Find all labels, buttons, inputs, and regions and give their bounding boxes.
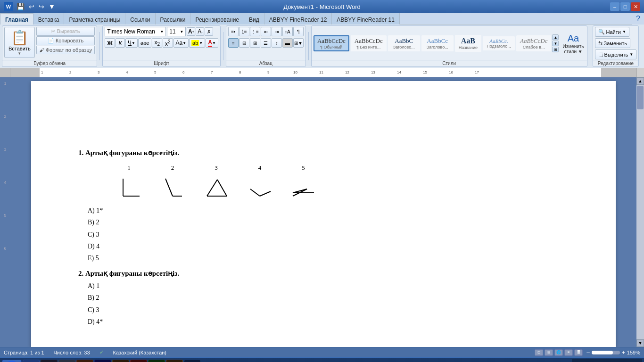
sort-button[interactable]: ↕A [282, 27, 293, 36]
svg-text:6: 6 [182, 70, 185, 74]
scrollbar-up-button[interactable]: ▲ [636, 77, 644, 85]
scrollbar-down-button[interactable]: ▼ [636, 339, 644, 347]
bullets-button[interactable]: ≡• [228, 27, 239, 36]
redo-quick-btn[interactable]: ↪ [37, 2, 46, 11]
filemanager-taskbar-btn[interactable]: 🗂 [148, 360, 165, 362]
underline-button[interactable]: Ч▼ [125, 38, 138, 48]
numbering-button[interactable]: 1≡ [239, 27, 249, 36]
tab-insert[interactable]: Вставка [33, 13, 65, 25]
styles-expand[interactable]: ⊞ [552, 47, 559, 52]
multilevel-list-button[interactable]: ⋮≡ [250, 27, 260, 36]
tab-page-layout[interactable]: Разметка страницы [64, 13, 125, 25]
yandex-taskbar-btn[interactable]: Я [130, 360, 147, 362]
page-info: Страница: 1 из 1 [4, 350, 44, 355]
scrollbar-thumb[interactable] [637, 86, 644, 109]
presentation-taskbar-btn[interactable]: 📊 [166, 360, 183, 362]
subscript-button[interactable]: x2 [152, 38, 162, 48]
superscript-button[interactable]: x2 [163, 38, 173, 48]
font-size-decrease-button[interactable]: A- [196, 27, 204, 36]
styles-scroll-down[interactable]: ▼ [552, 41, 559, 46]
style-subtle-emphasis[interactable]: AaBbCcDc Слабое в... [516, 35, 551, 51]
shading-button[interactable]: ▬ [282, 38, 293, 48]
align-left-button[interactable]: ≡ [228, 38, 239, 48]
replace-button[interactable]: ⇆ Заменить [595, 38, 630, 48]
style-subtitle[interactable]: AaBbCc. Подзаголо... [483, 36, 515, 50]
borders-button[interactable]: ⊞▼ [293, 38, 304, 48]
style-no-spacing[interactable]: AaBbCcDc ¶ Без инте... [351, 35, 387, 51]
bold-button[interactable]: Ж [105, 38, 115, 48]
styles-scroll-up[interactable]: ▲ [552, 34, 559, 40]
font-size-increase-button[interactable]: A+ [187, 27, 195, 36]
shape-1-svg [116, 175, 142, 201]
left-margin-marks: 1 2 3 4 5 6 [0, 77, 10, 347]
save-quick-btn[interactable]: 💾 [15, 2, 26, 11]
title-bar: W 💾 ↩ ↪ ▼ Документ1 - Microsoft Word – □… [0, 0, 644, 13]
align-center-button[interactable]: ⊟ [239, 38, 249, 48]
paste-button[interactable]: 📋 Вставить ▼ [4, 27, 35, 58]
select-button[interactable]: ⬚ Выделить ▼ [595, 49, 637, 59]
ps-taskbar-btn[interactable]: Ps [94, 360, 111, 362]
italic-button[interactable]: К [116, 38, 125, 48]
ie-taskbar-btn[interactable]: e [23, 360, 40, 362]
svg-text:7: 7 [211, 70, 213, 74]
style-normal[interactable]: AaBbCcDc ¶ Обычный [314, 35, 349, 51]
view-draft-button[interactable]: ≣ [574, 349, 583, 356]
find-button[interactable]: 🔍 Найти ▼ [595, 27, 629, 37]
decrease-indent-button[interactable]: ⇤ [261, 27, 271, 36]
view-web-button[interactable]: 🌐 [554, 349, 563, 356]
tab-review[interactable]: Рецензирование [190, 13, 244, 25]
styles-group-label: Стили [312, 60, 587, 66]
tab-references[interactable]: Ссылки [125, 13, 155, 25]
answer-q2-c: С) 3 [88, 305, 569, 315]
show-formatting-button[interactable]: ¶ [293, 27, 304, 36]
justify-button[interactable]: ☰ [261, 38, 271, 48]
style-heading1[interactable]: AaBbC Заголово... [388, 35, 420, 51]
tab-abbyy12[interactable]: ABBYY FineReader 12 [264, 13, 332, 25]
clear-format-button[interactable]: ✗ [205, 27, 213, 36]
highlight-button[interactable]: ab▼ [189, 38, 205, 48]
browser-taskbar-btn[interactable]: 🌐 [112, 360, 129, 362]
folder-taskbar-btn[interactable]: 📁 [58, 360, 75, 362]
sun-taskbar-btn[interactable]: ☀ [76, 360, 93, 362]
close-button[interactable]: ✕ [631, 2, 640, 11]
undo-quick-btn[interactable]: ↩ [27, 2, 36, 11]
tab-mailings[interactable]: Рассылки [156, 13, 191, 25]
format-painter-button[interactable]: 🖌 Формат по образцу [36, 46, 95, 54]
customize-quick-btn[interactable]: ▼ [47, 2, 57, 11]
language-indicator[interactable]: Казахский (Казахстан) [113, 350, 166, 355]
copy-button[interactable]: 📄 Копировать [36, 36, 95, 45]
word-taskbar-btn[interactable]: W [184, 360, 201, 362]
font-color-button[interactable]: A▼ [206, 38, 218, 48]
view-full-screen-button[interactable]: ⊞ [545, 349, 553, 356]
tab-view[interactable]: Вид [244, 13, 264, 25]
minimize-button[interactable]: – [610, 2, 619, 11]
clipboard-small-buttons: ✂ Вырезать 📄 Копировать 🖌 Формат по обра… [36, 27, 95, 54]
strikethrough-button[interactable]: abe [138, 38, 151, 48]
media-player-taskbar-btn[interactable]: ⏵ [41, 360, 58, 362]
zoom-plus-button[interactable]: + [622, 349, 625, 356]
tab-abbyy11[interactable]: ABBYY FineReader 11 [332, 13, 400, 25]
font-name-selector[interactable]: Times New Roman ▼ [105, 27, 166, 36]
start-button[interactable]: ⊞ [2, 360, 22, 362]
change-styles-button[interactable]: Aa Изменитьстили ▼ [561, 32, 585, 55]
align-right-button[interactable]: ⊞ [250, 38, 260, 48]
help-button[interactable]: ? [632, 13, 644, 25]
cut-button[interactable]: ✂ Вырезать [36, 27, 95, 36]
svg-text:11: 11 [319, 70, 323, 74]
zoom-minus-button[interactable]: – [586, 349, 590, 356]
style-title[interactable]: AaB Название [455, 35, 481, 52]
zoom-level-label[interactable]: 159% [627, 350, 640, 355]
view-normal-button[interactable]: ⊡ [535, 349, 543, 356]
increase-indent-button[interactable]: ⇥ [272, 27, 282, 36]
line-spacing-button[interactable]: ↕ [272, 38, 282, 48]
vertical-scrollbar[interactable]: ▲ ▼ [636, 77, 644, 347]
tab-home[interactable]: Главная [0, 13, 33, 25]
maximize-button[interactable]: □ [620, 2, 630, 11]
style-heading2[interactable]: AaBbCc Заголово... [421, 35, 454, 51]
font-size-selector[interactable]: 11 ▼ [167, 27, 186, 36]
margin-mark-6: 6 [4, 246, 6, 251]
view-outline-button[interactable]: ≡ [564, 349, 573, 356]
zoom-bar[interactable] [592, 351, 620, 354]
document-scroll-area[interactable]: 1. Артық фигураны көрсетіңіз. 1 2 [10, 77, 636, 347]
change-case-button[interactable]: Aa▼ [173, 38, 189, 48]
